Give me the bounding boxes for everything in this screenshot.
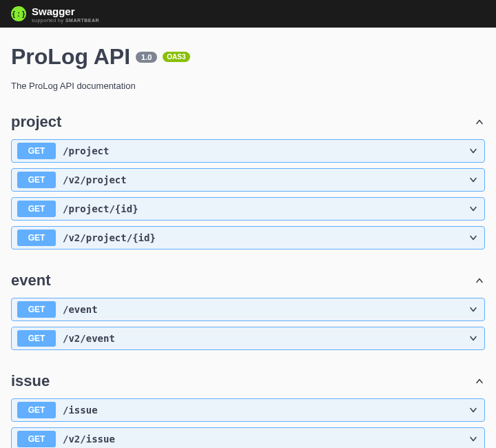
tag-header-issue[interactable]: issue — [11, 369, 485, 393]
chevron-down-icon — [468, 333, 479, 344]
operation-path: /v2/issue — [63, 434, 115, 445]
method-badge-get: GET — [17, 402, 56, 418]
swagger-supported-by: supported by SMARTBEAR — [32, 18, 99, 23]
operation-row[interactable]: GET/issue — [11, 398, 485, 422]
method-badge-get: GET — [17, 230, 56, 246]
api-title: ProLog API — [11, 44, 130, 70]
chevron-down-icon — [468, 232, 479, 243]
operation-path: /event — [63, 304, 98, 315]
tag-header-event[interactable]: event — [11, 269, 485, 292]
tag-section-issue: issue GET/issue GET/v2/issue GET/issue/{… — [11, 369, 485, 448]
tag-header-project[interactable]: project — [11, 110, 485, 134]
version-badge: 1.0 — [136, 52, 157, 63]
swagger-icon: { : } — [11, 6, 26, 21]
method-badge-get: GET — [17, 143, 56, 159]
api-description: The ProLog API documentation — [11, 81, 485, 91]
chevron-down-icon — [468, 304, 479, 315]
operation-path: /v2/project — [63, 174, 127, 185]
topbar: { : } Swagger supported by SMARTBEAR — [0, 0, 496, 28]
oas-badge: OAS3 — [163, 52, 189, 62]
tag-section-event: event GET/event GET/v2/event — [11, 269, 485, 350]
chevron-down-icon — [468, 405, 479, 416]
swagger-logo[interactable]: { : } Swagger supported by SMARTBEAR — [11, 6, 99, 23]
operation-row[interactable]: GET/v2/event — [11, 327, 485, 350]
chevron-up-icon — [474, 116, 485, 128]
chevron-down-icon — [468, 145, 479, 156]
chevron-up-icon — [474, 275, 485, 286]
tag-name: project — [11, 113, 61, 131]
operation-row[interactable]: GET/project — [11, 139, 485, 163]
operation-row[interactable]: GET/event — [11, 298, 485, 321]
method-badge-get: GET — [17, 330, 56, 347]
operation-row[interactable]: GET/v2/project/{id} — [11, 226, 485, 250]
main-content: ProLog API 1.0 OAS3 The ProLog API docum… — [0, 28, 496, 448]
operations-list: GET/project GET/v2/project GET/project/{… — [11, 139, 485, 250]
operation-row[interactable]: GET/v2/issue — [11, 427, 485, 448]
chevron-up-icon — [474, 376, 485, 387]
chevron-down-icon — [468, 434, 479, 445]
operation-row[interactable]: GET/project/{id} — [11, 197, 485, 221]
swagger-brand-text: Swagger — [32, 6, 99, 17]
method-badge-get: GET — [17, 301, 56, 318]
operation-path: /v2/event — [63, 333, 115, 344]
operation-path: /project — [63, 145, 109, 156]
tag-name: event — [11, 272, 50, 289]
method-badge-get: GET — [17, 172, 56, 188]
chevron-down-icon — [468, 203, 479, 214]
operations-list: GET/issue GET/v2/issue GET/issue/{id} GE… — [11, 398, 485, 448]
tag-name: issue — [11, 372, 50, 390]
operations-list: GET/event GET/v2/event — [11, 298, 485, 350]
method-badge-get: GET — [17, 431, 56, 447]
chevron-down-icon — [468, 174, 479, 185]
operation-row[interactable]: GET/v2/project — [11, 168, 485, 192]
operation-path: /project/{id} — [63, 203, 138, 214]
operation-path: /issue — [63, 405, 98, 416]
operation-path: /v2/project/{id} — [63, 232, 156, 243]
method-badge-get: GET — [17, 201, 56, 217]
tag-section-project: project GET/project GET/v2/project GET/p… — [11, 110, 485, 250]
